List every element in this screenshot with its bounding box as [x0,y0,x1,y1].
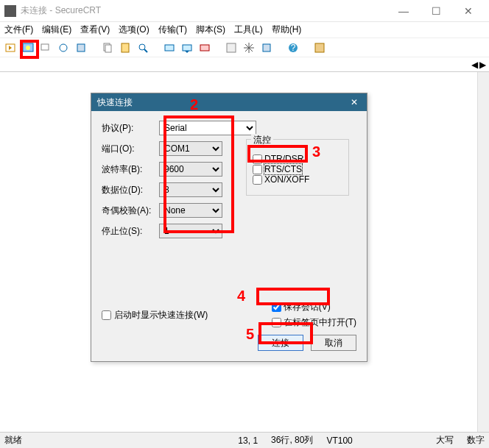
rts-checkbox[interactable] [253,165,262,174]
tab-scroll-left[interactable]: ◀ [471,60,478,70]
status-ready: 就绪 [4,434,22,447]
show-on-start-label: 启动时显示快速连接(W) [114,309,208,321]
tab-scroll-right[interactable]: ▶ [479,60,486,70]
svg-line-10 [144,49,147,52]
svg-rect-14 [227,43,236,52]
svg-rect-7 [105,45,111,52]
svg-rect-11 [165,45,174,51]
content-area: 快速连接 ✕ 协议(P): Serial 端口(O): COM1 波特率(B):… [0,72,489,418]
close-button[interactable]: ✕ [452,5,485,17]
toolbar-btn-5[interactable] [74,40,88,55]
dialog-title: 快速连接 [97,96,133,109]
svg-point-9 [139,44,145,50]
status-caps: 大写 [436,434,454,447]
toolbar-btn-12[interactable] [224,40,239,55]
xon-checkbox[interactable] [253,175,262,185]
svg-rect-8 [122,43,129,52]
menu-view[interactable]: 查看(V) [80,24,110,36]
annotation-box-1 [20,40,39,59]
svg-rect-18 [315,43,324,52]
menu-options[interactable]: 选项(O) [119,24,149,36]
status-term: VT100 [326,435,352,446]
window-title: 未连接 - SecureCRT [21,4,387,17]
toolbar-btn-4[interactable] [56,40,71,55]
xon-label: XON/XOFF [264,174,309,185]
toolbar-btn-1[interactable] [3,40,18,55]
toolbar-paste-icon[interactable] [118,40,133,55]
stop-label: 停止位(S): [102,225,159,238]
svg-rect-15 [263,44,270,51]
port-label: 端口(O): [102,143,159,155]
show-on-start-checkbox[interactable] [102,310,111,320]
toolbar-settings-icon[interactable] [242,40,256,55]
menu-tools[interactable]: 工具(L) [234,24,263,36]
status-size: 36行, 80列 [271,434,313,447]
menu-script[interactable]: 脚本(S) [196,24,225,36]
annotation-label-2: 2 [190,96,198,113]
parity-label: 奇偶校验(A): [102,205,159,217]
svg-rect-12 [183,45,191,51]
svg-point-4 [60,44,67,51]
dialog-titlebar[interactable]: 快速连接 ✕ [91,93,367,111]
toolbar-copy-icon[interactable] [100,40,115,55]
titlebar: 未连接 - SecureCRT — ☐ ✕ [0,0,489,22]
maximize-button[interactable]: ☐ [420,5,452,17]
toolbar-btn-3[interactable] [38,40,53,55]
menu-file[interactable]: 文件(F) [4,24,33,36]
menu-transfer[interactable]: 传输(T) [158,24,187,36]
rts-label: RTS/CTS [264,164,302,174]
toolbar-btn-16[interactable] [312,40,327,55]
baud-label: 波特率(B): [102,163,159,176]
annotation-label-4: 4 [237,288,245,305]
cancel-button[interactable]: 取消 [311,335,356,351]
statusbar: 就绪 13, 1 36行, 80列 VT100 大写 数字 [0,432,489,448]
toolbar-btn-14[interactable] [259,40,274,55]
dialog-close-button[interactable]: ✕ [348,97,361,107]
annotation-box-5 [258,322,313,344]
toolbar: ? [0,38,489,57]
menu-help[interactable]: 帮助(H) [272,24,302,36]
data-label: 数据位(D): [102,184,159,196]
toolbar-btn-9[interactable] [162,40,177,55]
svg-text:?: ? [291,43,296,53]
svg-rect-3 [41,44,49,50]
minimize-button[interactable]: — [387,5,420,17]
toolbar-btn-11[interactable] [197,40,212,55]
tabstrip: ◀ ▶ [0,57,489,72]
svg-rect-13 [200,45,209,51]
svg-rect-5 [77,44,85,51]
app-icon [4,5,16,17]
status-cursor: 13, 1 [238,435,258,446]
menubar: 文件(F) 编辑(E) 查看(V) 选项(O) 传输(T) 脚本(S) 工具(L… [0,22,489,38]
protocol-label: 协议(P): [102,122,159,135]
toolbar-find-icon[interactable] [136,40,150,55]
status-num: 数字 [467,434,485,447]
annotation-box-2 [163,115,234,233]
vertical-scrollbar[interactable] [477,72,489,432]
annotation-box-4 [256,288,330,305]
toolbar-btn-10[interactable] [180,40,194,55]
menu-edit[interactable]: 编辑(E) [42,24,71,36]
annotation-label-3: 3 [312,143,320,160]
annotation-label-5: 5 [246,326,254,343]
toolbar-help-icon[interactable]: ? [286,40,300,55]
annotation-box-3 [247,145,308,163]
